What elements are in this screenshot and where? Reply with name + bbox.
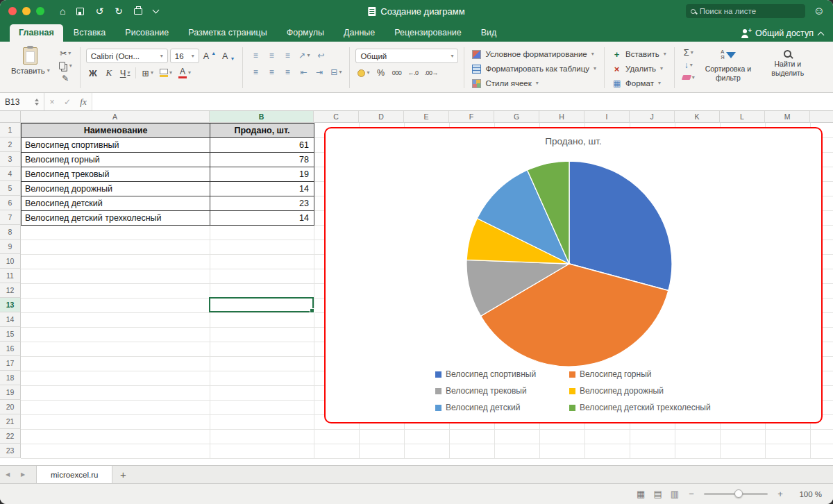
- chart-object[interactable]: Продано, шт. Велосипед спортивныйВелосип…: [324, 127, 823, 423]
- ribbon-tab[interactable]: Разметка страницы: [179, 24, 276, 42]
- table-cell-qty[interactable]: 14: [210, 211, 314, 226]
- row-header[interactable]: 7: [0, 210, 21, 225]
- merge-center-button[interactable]: ⊟▾: [328, 65, 344, 79]
- row-header[interactable]: 19: [0, 385, 21, 400]
- cell-styles-button[interactable]: Стили ячеек▾: [470, 77, 598, 90]
- number-format-select[interactable]: Общий▾: [355, 49, 458, 63]
- font-color-button[interactable]: А ▾: [176, 66, 193, 80]
- row-header[interactable]: 3: [0, 152, 21, 167]
- table-cell-name[interactable]: Велосипед дорожный: [22, 182, 210, 196]
- clear-button[interactable]: ▾: [680, 72, 697, 83]
- align-center-button[interactable]: ≡: [264, 65, 278, 79]
- row-header[interactable]: 1: [0, 123, 21, 137]
- row-header[interactable]: 13: [0, 298, 21, 312]
- page-layout-view-icon[interactable]: ▤: [653, 489, 662, 499]
- column-header[interactable]: J: [630, 111, 675, 123]
- fullscreen-button[interactable]: [36, 7, 44, 15]
- wrap-text-button[interactable]: ↩: [314, 49, 328, 62]
- delete-cells-button[interactable]: × Удалить▾: [610, 62, 668, 75]
- legend-item[interactable]: Велосипед спортивный: [435, 369, 536, 379]
- table-cell-name[interactable]: Велосипед спортивный: [22, 138, 210, 153]
- borders-button[interactable]: ⊞▾: [140, 66, 155, 80]
- confirm-entry-icon[interactable]: ✓: [60, 97, 75, 107]
- table-cell-name[interactable]: Велосипед трековый: [22, 167, 210, 182]
- zoom-slider[interactable]: [704, 493, 768, 495]
- column-header[interactable]: K: [675, 111, 720, 123]
- active-cell-selection[interactable]: [209, 297, 314, 312]
- thousands-format-button[interactable]: 000: [389, 66, 403, 80]
- feedback-smiley-icon[interactable]: ☺: [814, 5, 825, 17]
- ribbon-tab[interactable]: Формулы: [278, 24, 333, 42]
- row-header[interactable]: 18: [0, 371, 21, 385]
- add-sheet-button[interactable]: +: [112, 466, 133, 483]
- ribbon-tab[interactable]: Вид: [472, 24, 506, 42]
- row-header[interactable]: 16: [0, 342, 21, 356]
- row-header[interactable]: 22: [0, 429, 21, 444]
- legend-item[interactable]: Велосипед трековый: [435, 386, 527, 396]
- table-header-cell[interactable]: Наименование: [22, 124, 210, 138]
- column-header[interactable]: A: [21, 111, 210, 123]
- row-header[interactable]: 20: [0, 400, 21, 414]
- align-middle-button[interactable]: ≡: [264, 49, 278, 62]
- paste-button[interactable]: Вставить▾: [8, 46, 53, 76]
- percent-format-button[interactable]: %: [373, 66, 387, 80]
- row-header[interactable]: 10: [0, 254, 21, 269]
- italic-button[interactable]: К: [102, 66, 116, 80]
- table-cell-name[interactable]: Велосипед детский: [22, 196, 210, 211]
- row-header[interactable]: 2: [0, 137, 21, 152]
- row-header[interactable]: 14: [0, 312, 21, 327]
- ribbon-tab[interactable]: Вставка: [65, 24, 115, 42]
- fill-color-button[interactable]: ▾: [158, 66, 174, 80]
- align-top-button[interactable]: ≡: [249, 49, 262, 62]
- table-cell-qty[interactable]: 14: [210, 182, 314, 196]
- home-icon[interactable]: ⌂: [60, 6, 65, 16]
- ribbon-tab[interactable]: Главная: [10, 24, 63, 42]
- table-cell-qty[interactable]: 23: [210, 196, 314, 211]
- column-header[interactable]: M: [765, 111, 810, 123]
- table-cell-qty[interactable]: 61: [210, 138, 314, 153]
- column-header[interactable]: H: [539, 111, 584, 123]
- insert-cells-button[interactable]: + Вставить▾: [610, 48, 668, 60]
- name-box[interactable]: B13: [0, 93, 44, 110]
- table-cell-name[interactable]: Велосипед горный: [22, 153, 210, 167]
- row-header[interactable]: 4: [0, 167, 21, 181]
- search-input[interactable]: [700, 7, 800, 15]
- row-header[interactable]: 17: [0, 356, 21, 371]
- toolbar-options-chevron-icon[interactable]: [153, 10, 158, 12]
- copy-button[interactable]: ▾: [57, 60, 74, 72]
- row-header[interactable]: 12: [0, 283, 21, 298]
- row-header[interactable]: 21: [0, 414, 21, 429]
- format-as-table-button[interactable]: Форматировать как таблицу▾: [470, 62, 598, 75]
- row-header[interactable]: 11: [0, 269, 21, 283]
- row-header[interactable]: 9: [0, 240, 21, 254]
- print-icon[interactable]: [134, 8, 142, 15]
- column-header[interactable]: F: [449, 111, 494, 123]
- column-header[interactable]: L: [720, 111, 765, 123]
- align-bottom-button[interactable]: ≡: [280, 49, 294, 62]
- close-button[interactable]: [8, 7, 17, 15]
- column-header[interactable]: D: [359, 111, 404, 123]
- font-size-select[interactable]: 16▾: [170, 49, 199, 63]
- cancel-entry-icon[interactable]: ×: [44, 97, 60, 107]
- row-header[interactable]: 15: [0, 327, 21, 342]
- column-header[interactable]: B: [210, 111, 314, 123]
- zoom-out-icon[interactable]: −: [687, 489, 696, 499]
- format-painter-button[interactable]: ✎: [57, 72, 74, 84]
- formula-input[interactable]: [92, 93, 833, 110]
- table-cell-name[interactable]: Велосипед детский трехколесный: [22, 211, 210, 226]
- search-box[interactable]: [686, 4, 805, 18]
- align-right-button[interactable]: ≡: [280, 65, 294, 79]
- collapse-ribbon-chevron-icon[interactable]: [818, 31, 825, 38]
- align-left-button[interactable]: ≡: [249, 65, 262, 79]
- minimize-button[interactable]: [22, 7, 31, 15]
- column-header[interactable]: I: [584, 111, 630, 123]
- row-header[interactable]: 5: [0, 181, 21, 196]
- ribbon-tab[interactable]: Данные: [335, 24, 384, 42]
- insert-function-icon[interactable]: fx: [75, 96, 92, 108]
- zoom-in-icon[interactable]: +: [776, 489, 784, 499]
- autosum-button[interactable]: Σ▾: [680, 47, 697, 58]
- orientation-button[interactable]: ↗▾: [296, 49, 312, 62]
- font-name-select[interactable]: Calibri (Осн...▾: [86, 49, 168, 63]
- column-header[interactable]: C: [314, 111, 359, 123]
- sheet-tab[interactable]: microexcel.ru: [36, 466, 112, 483]
